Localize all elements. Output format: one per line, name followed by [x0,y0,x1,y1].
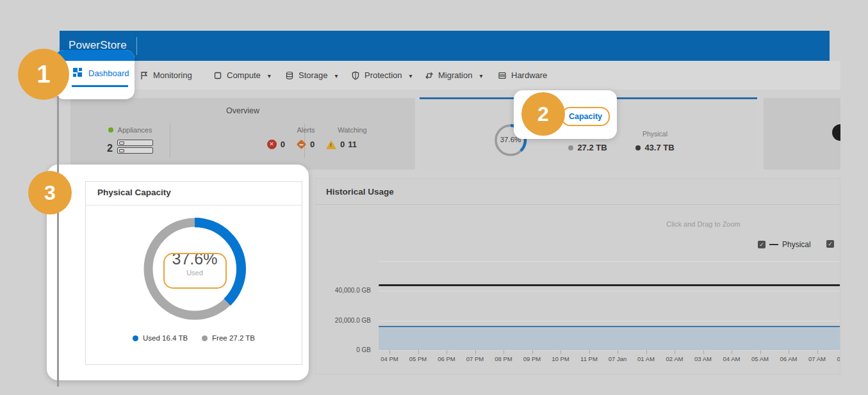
x-tick-label: 03 AM [694,355,712,362]
next-summary-card-clipped [764,98,840,170]
main-navbar: Monitoring Compute Storage Protection Mi… [60,61,840,90]
callout-3: 3 [28,171,72,214]
appliances-count: 2 [107,143,113,154]
x-tick [589,350,590,354]
x-tick-label: 07 Jan [609,355,627,362]
x-tick [732,350,732,354]
y-tick-label: 0 GB [316,346,371,353]
x-tick-label: 08 AM [837,355,840,362]
x-tick-label: 10 PM [552,355,569,362]
x-tick-label: 05 AM [751,355,769,362]
used-dot [133,335,138,341]
free-value: 27.2 TB [577,143,607,152]
spotlight-physical-capacity: Physical Capacity 37.6% Used Used 16.4 T… [47,165,309,380]
nav-item-protection[interactable]: Protection [351,61,413,90]
nav-item-hardware[interactable]: Hardware [498,61,547,90]
physical-label: Physical [643,130,667,138]
shield-icon [351,71,360,80]
x-tick-label: 09 PM [523,355,541,362]
x-tick-label: 04 AM [723,355,741,362]
selected-tab-underline [72,85,128,87]
nav-item-dashboard[interactable]: Dashboard [73,68,129,78]
capacity-tab-outline: Capacity [561,107,610,126]
y-tick-label: 40,000.0 GB [316,287,371,294]
physical-dot [635,145,641,150]
app-header-bar: PowerStore [60,31,830,61]
callout-2: 2 [521,92,565,136]
appliances-summary: Appliances 2 [88,126,172,157]
used-series-area [379,326,840,350]
free-dot [202,335,208,341]
nav-item-label: Migration [438,70,472,80]
x-tick [446,350,447,354]
x-tick [389,350,390,354]
x-tick [817,350,818,354]
nav-item-label: Storage [299,70,328,80]
watching-label: Watching [338,126,366,134]
x-tick-label: 07 PM [466,355,484,362]
callout-1: 1 [18,49,69,100]
flag-icon [140,71,149,80]
nav-item-label: Compute [227,70,261,80]
physical-capacity-card: Physical Capacity 37.6% Used Used 16.4 T… [85,181,302,365]
x-tick [789,350,789,354]
compute-icon [213,71,222,80]
divider [86,205,302,206]
y-gridline [379,261,840,262]
header-bar-fragment [55,50,135,61]
watching-count: 11 [348,140,357,149]
legend-item-free[interactable]: Free 27.2 TB [202,334,255,342]
chevron-down-icon [265,70,271,80]
watching-summary: Watching 11 [317,126,388,149]
major-count: 0 [310,140,315,149]
appliances-label: Appliances [118,126,152,134]
appliance-icon [117,140,153,157]
nav-item-compute[interactable]: Compute [213,61,271,90]
nav-item-label: Hardware [511,70,547,80]
x-tick [532,350,533,354]
x-tick-label: 06 PM [438,355,455,362]
major-alert-icon [297,140,307,150]
y-tick-label: 20,000.0 GB [316,317,371,324]
x-tick [646,350,647,354]
legend-item-used[interactable]: Used 16.4 TB [133,334,188,342]
migration-icon [425,71,434,80]
dashboard-icon [73,68,83,78]
x-tick-label: 05 PM [409,355,427,362]
physical-value: 43.7 TB [644,143,674,152]
header-divider [136,37,137,55]
x-tick-label: 06 AM [780,355,798,362]
x-tick-label: 01 AM [637,355,655,362]
x-tick [475,350,476,354]
x-tick-label: 08 PM [495,355,512,362]
nav-item-label: Dashboard [88,69,129,78]
y-gridline [379,350,840,351]
x-tick [675,350,675,354]
donut-legend: Used 16.4 TB Free 27.2 TB [86,334,302,342]
nav-item-migration[interactable]: Migration [425,61,483,90]
critical-count: 0 [281,140,285,149]
nav-item-label: Monitoring [153,70,192,80]
x-tick [618,350,618,354]
x-tick [561,350,561,354]
nav-item-storage[interactable]: Storage [285,61,338,90]
historical-plot[interactable]: 40,000.0 GB20,000.0 GB0 GB04 PM05 PM06 P… [316,179,840,374]
capacity-tab-label[interactable]: Capacity [569,112,602,121]
x-tick-label: 11 PM [580,355,598,362]
partial-gauge [832,124,840,141]
legend-label: Used 16.4 TB [143,334,188,342]
overview-summary-card[interactable]: Overview Appliances 2 Alerts ✕ 0 0 0 Wat… [70,98,415,170]
overview-title: Overview [70,106,415,115]
x-tick-label: 07 AM [808,355,826,362]
x-tick [760,350,761,354]
critical-alert-icon: ✕ [267,140,277,149]
page-left-edge [57,96,59,387]
nav-item-label: Protection [364,70,402,80]
chevron-down-icon [407,70,413,80]
percent-annotation-outline [163,253,227,289]
physical-capacity-title: Physical Capacity [97,188,171,197]
chevron-down-icon [332,70,338,80]
nav-item-monitoring[interactable]: Monitoring [140,61,192,90]
free-dot [568,145,573,150]
x-tick-label: 02 AM [666,355,684,362]
